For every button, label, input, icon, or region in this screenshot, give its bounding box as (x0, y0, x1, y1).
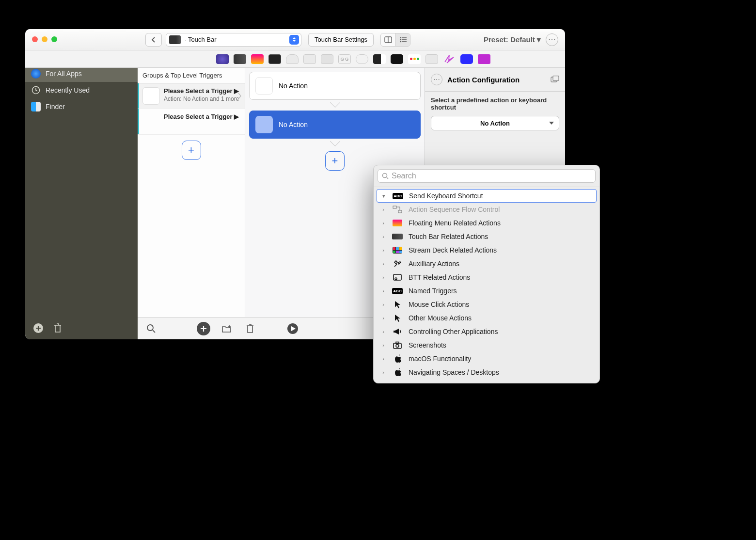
search-placeholder: Search (392, 172, 416, 180)
svg-rect-19 (394, 274, 401, 280)
category-icon[interactable] (216, 54, 229, 64)
more-menu-button[interactable]: ⋯ (546, 33, 558, 46)
category-icon[interactable] (391, 54, 403, 64)
popover-row[interactable]: ›macOS Functionality (374, 352, 599, 365)
triggers-column: Groups & Top Level Triggers Please Selec… (138, 68, 245, 339)
plus-icon (200, 325, 207, 333)
new-folder-button[interactable] (220, 322, 234, 335)
ellipsis-circle-icon[interactable]: ⋯ (431, 74, 442, 85)
trigger-title: Please Select a Trigger ▶ (164, 113, 239, 120)
popover-row[interactable]: ›Other Mouse Actions (374, 311, 599, 325)
config-header: ⋯ Action Configuration (425, 68, 565, 92)
popover-row-label: Screenshots (409, 341, 446, 349)
columns-view-button[interactable] (381, 33, 395, 46)
folder-plus-icon (221, 324, 232, 334)
category-icon[interactable] (321, 54, 333, 64)
add-trigger-button[interactable]: + (182, 141, 201, 160)
add-button[interactable] (197, 322, 210, 335)
touchbar-settings-button[interactable]: Touch Bar Settings (308, 33, 374, 47)
row-icon (392, 219, 403, 227)
close-window-button[interactable] (32, 36, 38, 42)
chevron-right-icon: › (380, 315, 386, 321)
category-icon[interactable] (373, 54, 386, 64)
trigger-subtitle: Action: No Action and 1 more (164, 95, 239, 102)
sidebar-item-recently-used[interactable]: Recently Used (25, 82, 138, 98)
add-action-button[interactable]: + (325, 151, 345, 171)
category-icon[interactable] (356, 54, 368, 64)
chevron-right-icon (238, 93, 242, 99)
category-icon[interactable] (303, 54, 316, 64)
svg-point-20 (395, 278, 397, 280)
popover-row[interactable]: ›Screenshots (374, 338, 599, 352)
chevron-right-icon: › (380, 329, 386, 334)
titlebar: · Touch Bar Touch Bar Settings Preset: D… (25, 29, 565, 50)
zoom-window-button[interactable] (51, 36, 57, 42)
popover-row[interactable]: ›BTT Related Actions (374, 270, 599, 284)
category-icon[interactable] (408, 54, 421, 64)
category-icon[interactable] (251, 54, 264, 64)
trash-icon (53, 323, 63, 334)
row-icon (392, 327, 403, 336)
popover-row-label: Touch Bar Related Actions (409, 233, 488, 240)
sidebar-item-for-all-apps[interactable]: For All Apps (25, 68, 138, 82)
ellipsis-icon: ⋯ (548, 35, 556, 44)
add-app-button[interactable] (32, 322, 45, 334)
svg-rect-11 (553, 76, 559, 81)
chevron-right-icon: › (380, 220, 386, 226)
search-button[interactable] (144, 322, 158, 335)
trigger-item[interactable]: Please Select a Trigger ▶ Action: No Act… (138, 83, 245, 109)
category-icon[interactable] (443, 54, 456, 64)
popover-row[interactable]: ›Controlling Other Applications (374, 325, 599, 338)
list-view-button[interactable] (395, 33, 410, 46)
row-icon (392, 368, 403, 377)
action-select-dropdown[interactable]: No Action (431, 116, 559, 130)
popover-row[interactable]: ▾ABCSend Keyboard Shortcut (377, 189, 597, 203)
popover-row-label: Controlling Other Applications (409, 328, 498, 335)
category-icon[interactable] (478, 54, 490, 64)
view-mode-segmented[interactable] (380, 33, 410, 47)
action-label: No Action (279, 121, 308, 128)
minimize-window-button[interactable] (42, 36, 47, 42)
sidebar-item-finder[interactable]: Finder (25, 98, 138, 115)
trigger-item[interactable]: Please Select a Trigger ▶ (138, 109, 245, 135)
popover-row[interactable]: ›Action Sequence Flow Control (374, 203, 599, 216)
delete-button[interactable] (243, 322, 257, 335)
popover-row[interactable]: ›Navigating Spaces / Desktops (374, 365, 599, 379)
popover-row[interactable]: ›Auxilliary Actions (374, 257, 599, 270)
play-button[interactable] (286, 322, 299, 335)
columns-icon (384, 36, 392, 43)
svg-point-12 (147, 325, 153, 331)
dropdown-caret-icon (289, 35, 299, 45)
popover-row[interactable]: ›Floating Menu Related Actions (374, 216, 599, 230)
category-icon[interactable] (460, 54, 473, 64)
popover-search-input[interactable]: Search (378, 169, 596, 183)
row-icon (392, 341, 403, 349)
category-icon-strip: G G (25, 50, 565, 68)
chevron-down-icon: ▾ (381, 193, 387, 199)
svg-rect-18 (398, 210, 402, 213)
back-button[interactable] (145, 33, 162, 47)
action-card-selected[interactable]: No Action (249, 111, 421, 139)
popover-row[interactable]: ›ABCNamed Triggers (374, 284, 599, 298)
category-icon[interactable] (268, 54, 281, 64)
trigger-thumbnail (142, 87, 160, 105)
popover-row[interactable]: ›Touch Bar Related Actions (374, 230, 599, 243)
action-card[interactable]: No Action (249, 72, 421, 100)
sequence-connector (249, 142, 421, 146)
row-icon (392, 232, 403, 241)
category-icon[interactable] (425, 54, 438, 64)
chevron-right-icon: › (380, 342, 386, 348)
preset-dropdown[interactable]: Preset: Default ▾ (484, 35, 541, 44)
category-icon[interactable]: G G (338, 54, 351, 64)
popover-action-list: ▾ABCSend Keyboard Shortcut›Action Sequen… (374, 187, 599, 383)
category-icon[interactable] (234, 54, 246, 64)
trash-icon (245, 323, 255, 334)
sidebar-item-label: Recently Used (46, 86, 90, 94)
trigger-type-dropdown[interactable]: · Touch Bar (166, 33, 301, 47)
popover-row[interactable]: ›Stream Deck Related Actions (374, 243, 599, 257)
delete-app-button[interactable] (51, 322, 64, 334)
category-icon[interactable] (286, 54, 299, 64)
windows-icon[interactable] (551, 76, 559, 83)
svg-point-15 (383, 174, 387, 178)
popover-row[interactable]: ›Mouse Click Actions (374, 298, 599, 311)
